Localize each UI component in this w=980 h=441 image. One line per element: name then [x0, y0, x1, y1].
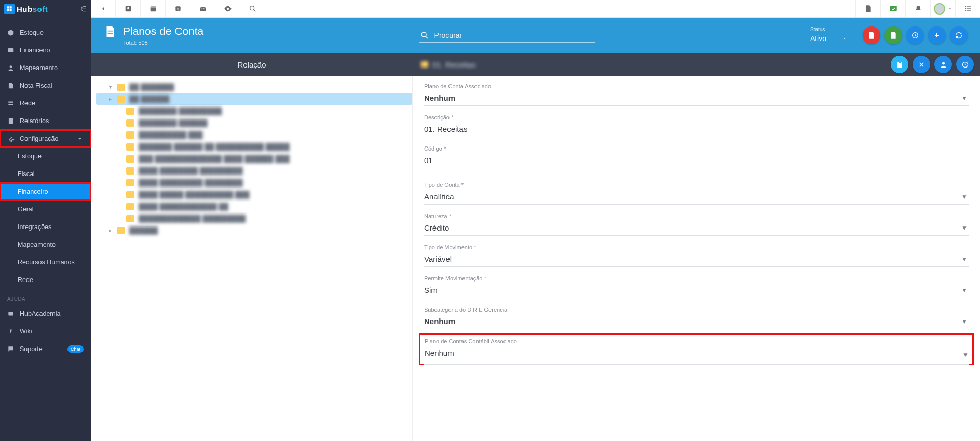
tree-row[interactable]: ████ █████████ ████████ — [96, 177, 412, 189]
tree-row[interactable]: █████████████ █████████ — [96, 212, 412, 224]
save-button[interactable] — [891, 56, 908, 73]
sidebar-item-rede[interactable]: Rede — [0, 95, 91, 112]
sidebar-nav: Estoque Financeiro Mapeamento Nota Fisca… — [0, 18, 91, 441]
tree-row[interactable]: ███████ ██████ ██ ██████████ █████ — [96, 141, 412, 153]
money-icon[interactable]: $ — [166, 0, 190, 17]
svg-point-17 — [965, 8, 966, 9]
export-pdf-button[interactable] — [863, 26, 880, 44]
field-plano-associado[interactable]: Plano de Conta Associado Nenhum▼ — [424, 83, 969, 106]
sidebar-sub-estoque[interactable]: Estoque — [0, 148, 91, 165]
sidebar-item-nota-fiscal[interactable]: Nota Fiscal — [0, 77, 91, 95]
tree-row[interactable]: ███ ██████████████ ████ ██████ ███ — [96, 153, 412, 165]
sidebar-config-submenu: Estoque Fiscal Financeiro Geral Integraç… — [0, 148, 91, 289]
tree-row[interactable]: ▸██ ██████ — [96, 93, 412, 105]
svg-point-23 — [421, 32, 426, 37]
mail-icon[interactable] — [190, 0, 215, 17]
sidebar-sub-mapeamento[interactable]: Mapeamento — [0, 236, 91, 253]
user-menu[interactable] — [930, 0, 955, 17]
svg-point-1 — [10, 65, 12, 68]
refresh-button[interactable] — [950, 26, 968, 44]
svg-rect-3 — [8, 104, 13, 105]
calendar-icon[interactable] — [141, 0, 166, 17]
sidebar-item-estoque[interactable]: Estoque — [0, 24, 91, 42]
tree-row[interactable]: ████████ ██████ — [96, 117, 412, 129]
tree-row[interactable]: ██████████ ███ — [96, 129, 412, 141]
avatar — [934, 3, 945, 15]
document-icon — [103, 25, 117, 38]
svg-rect-4 — [8, 312, 13, 316]
svg-text:$: $ — [177, 7, 179, 10]
tree-row[interactable]: ████ ████████████ ██ — [96, 201, 412, 212]
sidebar-item-mapeamento[interactable]: Mapeamento — [0, 59, 91, 77]
sidebar-sub-fiscal[interactable]: Fiscal — [0, 165, 91, 183]
more-list-icon[interactable] — [955, 0, 980, 17]
svg-rect-22 — [108, 33, 113, 34]
tree-row[interactable]: ▸██████ — [96, 224, 412, 236]
bell-icon[interactable] — [905, 0, 930, 17]
svg-point-13 — [250, 6, 254, 10]
status-ok-icon[interactable] — [880, 0, 905, 17]
pdf-icon[interactable] — [855, 0, 880, 17]
tree-row[interactable]: ████ █████ ██████████ ███ — [96, 189, 412, 201]
add-button[interactable] — [928, 26, 946, 44]
tree-row[interactable]: ▾██ ███████ — [96, 81, 412, 93]
logo-area: Hubsoft ∈ — [0, 0, 91, 18]
field-tipo-movimento[interactable]: Tipo de Movimento Variável▼ — [424, 244, 969, 267]
topbar: $ — [91, 0, 980, 18]
page-header: Planos de Conta Total: 508 Status Ativo — [91, 18, 980, 53]
search-field[interactable] — [419, 29, 595, 43]
tree-pane: ▾██ ███████ ▸██ ██████ ████████ ████████… — [91, 76, 413, 441]
chat-badge: Chat — [67, 345, 84, 353]
tree-row[interactable]: ████████ █████████ — [96, 105, 412, 117]
chevron-down-icon: ▼ — [961, 95, 968, 102]
back-button[interactable] — [91, 0, 116, 17]
chevron-down-icon: ▼ — [961, 193, 968, 201]
sidebar-sub-rh[interactable]: Recursos Humanos — [0, 253, 91, 271]
chevron-down-icon: ▼ — [961, 256, 968, 263]
codigo-input[interactable] — [424, 156, 968, 165]
sidebar-item-hubacademia[interactable]: HubAcademia — [0, 305, 91, 323]
sidebar-sub-financeiro[interactable]: Financeiro — [0, 183, 91, 201]
svg-rect-18 — [967, 8, 971, 9]
sidebar-item-financeiro[interactable]: Financeiro — [0, 42, 91, 59]
chevron-down-icon — [947, 6, 952, 11]
status-filter[interactable]: Status Ativo — [810, 26, 847, 44]
descricao-input[interactable] — [424, 125, 968, 133]
svg-rect-2 — [8, 102, 13, 103]
sidebar-item-relatorios[interactable]: Relatórios — [0, 112, 91, 130]
svg-point-26 — [942, 62, 945, 64]
sidebar-item-wiki[interactable]: Wiki — [0, 323, 91, 340]
history-small-button[interactable] — [956, 56, 974, 73]
sidebar-collapse-icon[interactable]: ∈ — [80, 5, 87, 13]
search-icon[interactable] — [240, 0, 265, 17]
history-button[interactable] — [906, 26, 924, 44]
chevron-down-icon: ▼ — [961, 287, 968, 294]
chevron-down-icon: ▼ — [961, 224, 968, 232]
subheader: Relação 01. Receitas — [91, 53, 980, 76]
logo-text: Hubsoft — [17, 5, 48, 14]
contacts-icon[interactable] — [116, 0, 141, 17]
page-subtitle: Total: 508 — [123, 39, 203, 46]
sidebar-sub-integracoes[interactable]: Integrações — [0, 218, 91, 236]
field-natureza[interactable]: Natureza Crédito▼ — [424, 213, 969, 236]
sidebar-item-configuracao[interactable]: Configuração — [0, 130, 91, 148]
svg-point-12 — [226, 7, 229, 10]
svg-point-19 — [965, 10, 966, 11]
svg-rect-14 — [890, 6, 897, 11]
search-input[interactable] — [434, 31, 594, 39]
eye-icon[interactable] — [215, 0, 240, 17]
field-contabil-associado[interactable]: Plano de Contas Contábil Associado Nenhu… — [424, 333, 969, 365]
field-tipo-conta[interactable]: Tipo de Conta Analítica▼ — [424, 182, 969, 205]
field-permite-mov[interactable]: Permite Movimentação Sim▼ — [424, 275, 969, 298]
sidebar-sub-geral[interactable]: Geral — [0, 201, 91, 218]
sidebar-item-suporte[interactable]: SuporteChat — [0, 340, 91, 358]
field-subcategoria[interactable]: Subcategoria do D.R.E Gerencial Nenhum▼ — [424, 306, 969, 329]
close-button[interactable] — [913, 56, 930, 73]
sidebar-sub-rede[interactable]: Rede — [0, 271, 91, 289]
field-codigo[interactable]: Código — [424, 145, 969, 168]
export-excel-button[interactable] — [884, 26, 902, 44]
tree-row[interactable]: ████ ████████ █████████ — [96, 165, 412, 177]
svg-rect-11 — [200, 7, 206, 11]
field-descricao[interactable]: Descrição — [424, 114, 969, 137]
user-action-button[interactable] — [934, 56, 952, 73]
